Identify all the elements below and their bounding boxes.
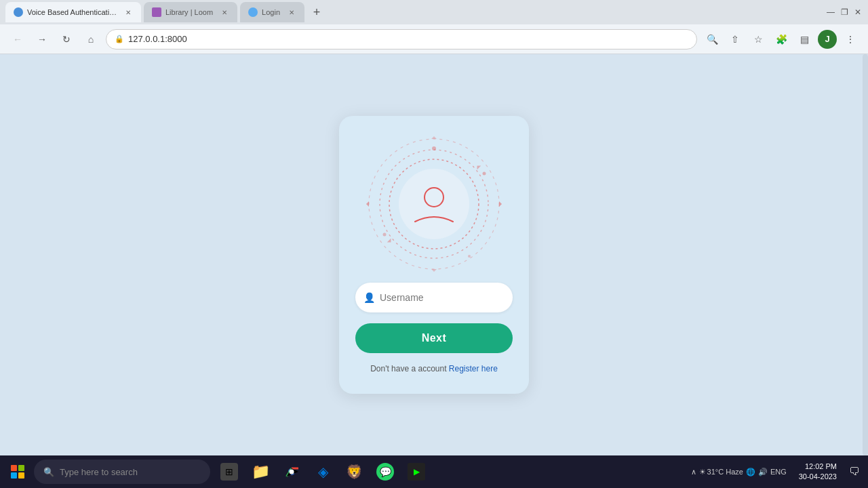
sidebar-icon[interactable]: ▤ <box>795 30 814 49</box>
lock-icon: 🔒 <box>115 35 124 43</box>
taskbar-app-whatsapp[interactable]: 💬 <box>370 457 400 487</box>
voice-icon-area <box>366 136 502 272</box>
menu-icon[interactable]: ⋮ <box>841 30 860 49</box>
register-prompt-text: Don't have a account Register here <box>370 364 498 373</box>
taskbar-search-icon: 🔍 <box>43 467 54 477</box>
tab-label-2: Library | Loom <box>165 8 213 16</box>
tab-favicon-3 <box>248 7 258 17</box>
notification-button[interactable]: 🗨 <box>844 457 865 487</box>
forward-button[interactable]: → <box>33 30 52 49</box>
browser-frame: Voice Based Authentication ✕ Library | L… <box>0 0 868 488</box>
clock-time: 12:02 PM <box>799 462 837 472</box>
browser-toolbar: ← → ↻ ⌂ 🔒 127.0.0.1:8000 🔍 ⇧ ☆ 🧩 ▤ J ⋮ <box>0 24 868 54</box>
reload-button[interactable]: ↻ <box>57 30 76 49</box>
next-button[interactable]: Next <box>355 323 513 353</box>
taskbar-app-chrome[interactable] <box>277 457 307 487</box>
svg-marker-8 <box>475 164 481 169</box>
login-card: 👤 Next Don't have a account Register her… <box>339 116 529 394</box>
svg-marker-6 <box>431 136 437 139</box>
weather-icon: ☀ <box>699 468 706 476</box>
brave-icon: 🦁 <box>345 463 363 481</box>
tab-label-3: Login <box>262 8 280 16</box>
start-button[interactable] <box>3 457 33 487</box>
page-content: 👤 Next Don't have a account Register her… <box>0 54 868 455</box>
username-input-wrapper: 👤 <box>355 283 513 312</box>
task-view-icon: ⊞ <box>220 463 238 481</box>
maximize-button[interactable]: ❐ <box>840 7 849 17</box>
toolbar-right: 🔍 ⇧ ☆ 🧩 ▤ J ⋮ <box>703 30 860 49</box>
svg-marker-9 <box>387 239 393 244</box>
taskbar-app-terminal[interactable]: ▶ <box>401 457 431 487</box>
bookmark-icon[interactable]: ☆ <box>749 30 768 49</box>
svg-marker-4 <box>499 201 502 207</box>
svg-point-16 <box>290 470 294 474</box>
tab-bar: Voice Based Authentication ✕ Library | L… <box>5 2 826 22</box>
terminal-icon: ▶ <box>408 463 425 481</box>
tab-label-1: Voice Based Authentication <box>27 8 117 16</box>
tab-close-2[interactable]: ✕ <box>220 7 229 17</box>
svg-point-12 <box>383 233 387 237</box>
clock-date: 30-04-2023 <box>799 472 837 482</box>
title-bar: Voice Based Authentication ✕ Library | L… <box>0 0 868 24</box>
tab-login[interactable]: Login ✕ <box>240 2 304 22</box>
home-button[interactable]: ⌂ <box>81 30 100 49</box>
address-bar[interactable]: 🔒 127.0.0.1:8000 <box>106 29 697 49</box>
file-explorer-icon: 📁 <box>252 463 269 481</box>
close-button[interactable]: ✕ <box>853 7 863 17</box>
tab-favicon-2 <box>152 7 161 17</box>
tab-voice-auth[interactable]: Voice Based Authentication ✕ <box>5 2 141 22</box>
address-text: 127.0.0.1:8000 <box>128 34 187 44</box>
register-prompt-label: Don't have a account <box>370 364 449 373</box>
taskbar: 🔍 Type here to search ⊞ 📁 ◈ 🦁 <box>0 455 868 488</box>
taskbar-clock[interactable]: 12:02 PM 30-04-2023 <box>793 462 842 483</box>
system-tray: ∧ ☀ 31°C Haze 🌐 🔊 ENG <box>686 468 792 476</box>
taskbar-app-brave[interactable]: 🦁 <box>339 457 369 487</box>
notification-icon: 🗨 <box>849 466 860 478</box>
register-link[interactable]: Register here <box>449 364 498 373</box>
svg-point-10 <box>432 146 436 150</box>
share-icon[interactable]: ⇧ <box>726 30 745 49</box>
username-input[interactable] <box>355 283 513 312</box>
taskbar-app-taskview[interactable]: ⊞ <box>214 457 244 487</box>
taskbar-apps: ⊞ 📁 ◈ 🦁 💬 ▶ <box>214 457 431 487</box>
scrollbar[interactable] <box>863 54 868 455</box>
systray-arrow[interactable]: ∧ <box>691 468 696 476</box>
taskbar-search-text: Type here to search <box>60 467 138 477</box>
voice-rings-svg <box>366 136 502 272</box>
systray-network[interactable]: 🌐 <box>746 468 755 476</box>
chrome-icon <box>283 463 300 481</box>
back-button[interactable]: ← <box>8 30 27 49</box>
extension-icon[interactable]: 🧩 <box>772 30 791 49</box>
minimize-button[interactable]: — <box>826 7 835 17</box>
tab-favicon-1 <box>14 7 23 17</box>
whatsapp-icon: 💬 <box>376 463 394 481</box>
svg-point-11 <box>483 172 486 176</box>
taskbar-app-vscode[interactable]: ◈ <box>308 457 338 487</box>
tab-close-1[interactable]: ✕ <box>123 7 133 17</box>
windows-logo-icon <box>11 465 24 479</box>
svg-marker-7 <box>431 269 437 272</box>
taskbar-search[interactable]: 🔍 Type here to search <box>34 460 210 484</box>
profile-avatar[interactable]: J <box>818 30 837 49</box>
svg-point-13 <box>468 255 471 258</box>
tab-loom[interactable]: Library | Loom ✕ <box>144 2 237 22</box>
tab-close-3[interactable]: ✕ <box>287 7 296 17</box>
new-tab-button[interactable]: + <box>307 3 326 22</box>
svg-marker-5 <box>366 201 369 207</box>
user-field-icon: 👤 <box>363 292 375 303</box>
search-icon[interactable]: 🔍 <box>703 30 722 49</box>
systray-volume[interactable]: 🔊 <box>758 468 768 476</box>
taskbar-app-fileexplorer[interactable]: 📁 <box>245 457 275 487</box>
svg-point-3 <box>399 169 469 239</box>
vscode-icon: ◈ <box>314 463 332 481</box>
window-controls: — ❐ ✕ <box>826 7 863 17</box>
weather-text: 31°C Haze <box>707 468 743 476</box>
systray-language[interactable]: ENG <box>770 468 787 476</box>
systray-weather: ☀ 31°C Haze <box>699 468 743 476</box>
